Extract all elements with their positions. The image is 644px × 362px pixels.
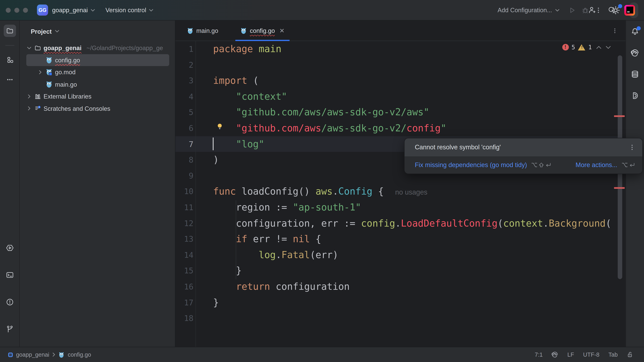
git-branch-icon[interactable] <box>4 323 16 335</box>
code-line[interactable]: } <box>213 263 611 279</box>
chevron-right-icon[interactable] <box>39 70 42 74</box>
run-icon[interactable] <box>568 6 576 14</box>
project-avatar[interactable]: GG <box>37 4 48 15</box>
title-bar: GG goapp_genai Version control Add Confi… <box>0 0 644 20</box>
tree-item-root[interactable]: goapp_genai ~/GolandProjects/goapp_ge <box>26 42 169 54</box>
breadcrumb-file[interactable]: config.go <box>68 351 91 358</box>
line-number: 16 <box>175 279 194 295</box>
chevron-right-icon[interactable] <box>28 106 30 110</box>
project-panel-title: Project <box>31 28 52 35</box>
inspections-swirl-icon[interactable] <box>552 351 558 358</box>
tab-main-go[interactable]: main.go <box>182 20 223 40</box>
project-selector-label: goapp_genai <box>52 6 88 13</box>
more-icon[interactable] <box>4 73 16 86</box>
project-selector[interactable]: goapp_genai <box>52 6 95 13</box>
line-number: 4 <box>175 88 194 104</box>
add-configuration-label: Add Configuration... <box>498 6 552 13</box>
unlocked-icon[interactable] <box>627 351 633 358</box>
line-number: 1 <box>175 41 194 57</box>
line-number: 14 <box>175 247 194 263</box>
line-number: 7 <box>175 136 194 152</box>
warning-count: 1 <box>588 44 592 50</box>
settings-gear-icon[interactable] <box>611 5 620 14</box>
structure-icon[interactable] <box>4 54 16 66</box>
editor-options-kebab-icon[interactable] <box>612 27 626 34</box>
notifications-bell-icon[interactable] <box>629 25 641 38</box>
code-line[interactable]: "context" <box>213 88 611 104</box>
jetbrains-logo-icon[interactable] <box>624 5 635 15</box>
inspections-widget[interactable]: ! 5 1 <box>562 44 611 50</box>
project-panel: Project goapp_genai ~/GolandProjects/goa… <box>20 20 175 347</box>
code-line[interactable]: if err != nil { <box>213 231 611 247</box>
folder-icon <box>34 45 41 51</box>
tree-item-scratches[interactable]: Scratches and Consoles <box>26 102 169 114</box>
problems-icon[interactable] <box>4 296 16 308</box>
prev-problem-icon[interactable] <box>596 46 601 49</box>
close-tab-icon[interactable]: ✕ <box>280 27 284 34</box>
tree-item-label: main.go <box>55 81 77 88</box>
tree-item-config-go[interactable]: config.go <box>26 54 169 66</box>
tooltip-kebab-icon[interactable] <box>629 144 635 151</box>
gutter-separator <box>196 41 196 347</box>
run-configuration-selector[interactable]: Add Configuration... <box>498 6 560 13</box>
database-icon[interactable] <box>629 68 641 80</box>
zoom-window-icon[interactable] <box>23 7 28 12</box>
code-line[interactable]: configuration, err := config.LoadDefault… <box>213 215 611 231</box>
chevron-down-icon[interactable] <box>27 47 31 49</box>
code-line[interactable]: region := "ap-south-1" <box>213 199 611 215</box>
error-stripe-mark[interactable] <box>614 115 625 117</box>
code-line[interactable] <box>213 57 611 73</box>
chevron-right-icon <box>52 353 55 357</box>
error-badge-icon: ! <box>562 44 569 50</box>
code-line[interactable]: func loadConfig() aws.Config { no usages <box>213 184 611 200</box>
debug-icon[interactable] <box>582 6 589 14</box>
more-actions-link[interactable]: More actions... <box>576 161 617 169</box>
error-tooltip: Cannot resolve symbol 'config' Fix missi… <box>404 138 642 174</box>
error-stripe-mark[interactable] <box>614 187 625 189</box>
tree-item-main-go[interactable]: main.go <box>26 78 169 90</box>
window-controls[interactable] <box>6 7 28 12</box>
documentation-icon[interactable] <box>629 89 641 102</box>
minimize-window-icon[interactable] <box>14 7 19 12</box>
chevron-down-icon <box>90 9 95 11</box>
code-editor[interactable]: 123456789101112131415161718 package main… <box>175 41 626 347</box>
project-panel-header[interactable]: Project <box>20 20 175 42</box>
encoding-widget[interactable]: UTF-8 <box>583 351 599 358</box>
intention-bulb-icon[interactable] <box>216 123 223 130</box>
code-line[interactable]: } <box>213 294 611 310</box>
ai-assistant-icon[interactable] <box>629 47 641 59</box>
code-line[interactable]: package main <box>213 41 611 57</box>
code-line[interactable]: log.Fatal(err) <box>213 247 611 263</box>
fix-dependencies-link[interactable]: Fix missing dependencies (go mod tidy) <box>415 161 527 169</box>
chevron-right-icon[interactable] <box>28 94 30 98</box>
line-separator-widget[interactable]: LF <box>567 351 574 358</box>
line-number: 18 <box>175 310 194 326</box>
project-folder-icon[interactable] <box>4 25 16 37</box>
chevron-down-icon <box>149 9 153 11</box>
tree-item-external-libraries[interactable]: External Libraries <box>26 90 169 102</box>
gopher-icon <box>58 352 64 358</box>
editor-tab-bar: main.go config.go ✕ <box>175 20 626 41</box>
next-problem-icon[interactable] <box>606 46 610 49</box>
settings-notification-dot <box>618 4 622 8</box>
caret-position-widget[interactable]: 7:1 <box>535 351 543 358</box>
tree-item-label: Scratches and Consoles <box>44 105 110 112</box>
indent-widget[interactable]: Tab <box>608 351 618 358</box>
breadcrumb: goapp_genai config.go <box>8 351 91 358</box>
code-line[interactable]: "github.com/aws/aws-sdk-go-v2/aws" <box>213 104 611 120</box>
version-control-menu[interactable]: Version control <box>106 6 153 13</box>
terminal-icon[interactable] <box>4 269 16 281</box>
project-module-icon <box>8 352 13 357</box>
tree-item-go-mod[interactable]: go.mod <box>26 66 169 78</box>
breadcrumb-project[interactable]: goapp_genai <box>16 351 49 358</box>
tree-item-label: go.mod <box>55 69 76 76</box>
code-line[interactable]: "github.com/aws/aws-sdk-go-v2/config" <box>213 120 611 136</box>
code-line[interactable]: return configuration <box>213 279 611 295</box>
tab-config-go[interactable]: config.go ✕ <box>236 20 290 40</box>
run-hexagon-icon[interactable] <box>4 242 16 254</box>
code-line[interactable] <box>213 310 611 326</box>
add-user-icon[interactable] <box>588 6 596 14</box>
code-line[interactable]: import ( <box>213 73 611 89</box>
text-caret <box>213 137 214 150</box>
close-window-icon[interactable] <box>6 7 10 12</box>
